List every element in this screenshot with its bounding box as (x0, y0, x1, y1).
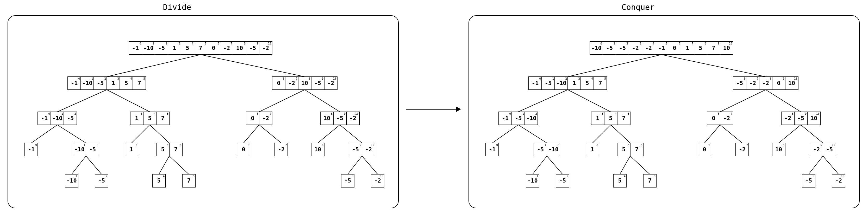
cell-value: -5 (736, 80, 743, 86)
tree-edge (244, 125, 259, 143)
cell-index: 5 (628, 112, 629, 115)
tree-edge (518, 125, 547, 143)
array-node: -52 (95, 174, 108, 187)
array-node: -27 (736, 143, 749, 156)
array-node: 108 (311, 143, 324, 156)
cell-value: -5 (352, 146, 359, 153)
cell-index: 6 (708, 143, 710, 147)
cell-index: 6 (247, 143, 249, 147)
cell-value: -1 (658, 45, 665, 51)
cell-value: -1 (502, 115, 509, 121)
cell-index: 0 (35, 143, 37, 147)
cell-value: -5 (559, 177, 566, 184)
array-node: -101 (526, 174, 539, 187)
cell-index: 10 (371, 143, 374, 147)
array-node: -10 (486, 143, 499, 156)
cell-index: 5 (654, 175, 655, 178)
tree-edge (72, 156, 86, 174)
cell-value: -1 (132, 45, 139, 51)
cell-index: 7 (746, 143, 748, 147)
cell-value: 5 (585, 80, 589, 86)
cell-index: 1 (552, 77, 554, 80)
cell-index: 5 (665, 42, 667, 45)
cell-value: 10 (810, 115, 817, 121)
cell-value: -2 (784, 115, 792, 121)
cell-value: -5 (249, 45, 256, 51)
merge-sort-diagram: Divide-10-101-5213547506-27108-59-210-10… (0, 0, 868, 220)
array-node: -51-102 (534, 143, 560, 156)
tree-edge (630, 156, 650, 174)
cell-value: 5 (186, 45, 189, 51)
cell-value: -10 (526, 115, 536, 121)
cell-index: 2 (557, 143, 559, 147)
tree-edge (592, 125, 611, 143)
cell-index: 10 (816, 112, 819, 115)
cell-index: 10 (268, 42, 271, 45)
cell-index: 3 (178, 42, 180, 45)
cell-index: 8 (782, 143, 784, 147)
array-node: -59-210 (349, 143, 375, 156)
cell-value: -10 (591, 45, 601, 51)
cell-value: 1 (173, 45, 176, 51)
cell-index: 2 (535, 112, 537, 115)
cell-value: 0 (703, 146, 706, 153)
tree-edge (620, 156, 630, 174)
cell-value: -2 (262, 45, 269, 51)
cell-value: 5 (124, 80, 128, 86)
array-node: 75 (643, 174, 656, 187)
cell-value: 5 (699, 45, 702, 51)
array-node: -100-51-52-23-24-15061758791010 (590, 42, 733, 54)
cell-value: 5 (618, 177, 621, 184)
cell-value: -5 (619, 45, 626, 51)
array-node: 54 (613, 174, 626, 187)
cell-index: 1 (613, 42, 615, 45)
cell-value: -1 (28, 146, 35, 153)
cell-value: -2 (835, 177, 842, 184)
cell-value: -5 (606, 45, 613, 51)
cell-value: -10 (556, 80, 566, 86)
cell-index: 3 (601, 112, 603, 115)
cell-index: 6 (283, 77, 284, 80)
cell-value: -2 (374, 177, 381, 184)
cell-index: 9 (812, 175, 814, 178)
cell-index: 7 (691, 42, 693, 45)
cell-value: 7 (598, 80, 602, 86)
cell-index: 4 (624, 175, 625, 178)
cell-index: 7 (270, 112, 271, 115)
cell-value: -5 (97, 80, 104, 86)
cell-index: 10 (355, 112, 359, 115)
cell-value: 5 (157, 177, 160, 184)
cell-value: 0 (251, 115, 254, 121)
tree-edge (611, 125, 630, 143)
tree-edge (492, 125, 518, 143)
cell-index: 0 (600, 42, 602, 45)
cell-value: -5 (515, 115, 522, 121)
cell-index: 3 (596, 143, 598, 147)
cell-index: 2 (96, 143, 98, 147)
array-node: 108 (772, 143, 785, 156)
cell-value: -5 (798, 115, 804, 121)
cell-index: 9 (717, 42, 719, 45)
cell-index: 10 (794, 77, 798, 80)
cell-value: -1 (489, 146, 496, 153)
array-node: 06-27 (246, 112, 272, 125)
cell-index: 10 (333, 77, 337, 80)
cell-index: 4 (163, 175, 164, 178)
tree-edge (801, 125, 823, 143)
cell-value: 1 (596, 115, 599, 121)
cell-index: 2 (105, 175, 107, 178)
cell-value: 10 (775, 146, 782, 153)
cell-index: 1 (152, 42, 154, 45)
cell-value: 5 (622, 146, 625, 153)
tree-edge (362, 156, 378, 174)
cell-value: -5 (344, 177, 351, 184)
cell-index: 8 (244, 42, 245, 45)
cell-value: 1 (112, 80, 115, 86)
array-node: 5475 (617, 143, 643, 156)
cell-value: 7 (635, 146, 638, 153)
cell-value: 0 (673, 45, 676, 51)
cell-index: 1 (83, 143, 85, 147)
cell-index: 5 (143, 77, 145, 80)
array-node: -52 (556, 174, 569, 187)
cell-index: 7 (731, 112, 732, 115)
